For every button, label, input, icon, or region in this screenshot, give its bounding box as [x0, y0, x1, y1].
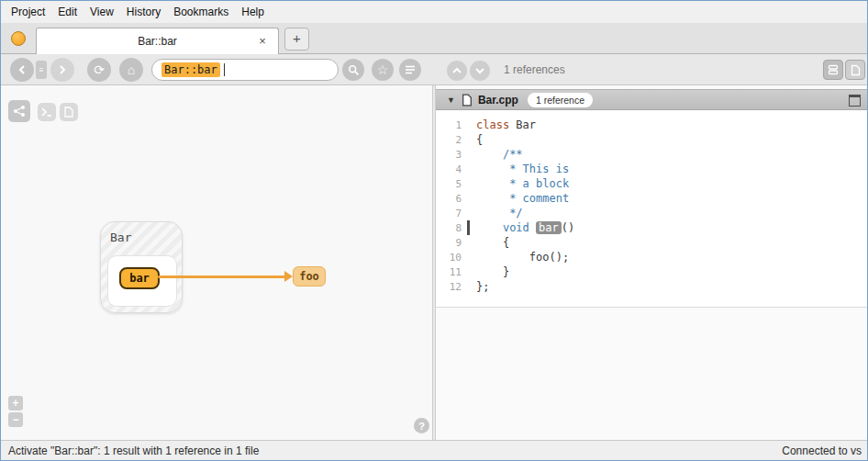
menu-item-view[interactable]: View	[83, 2, 120, 22]
list-icon	[405, 64, 416, 75]
code-panel: ▼ Bar.cpp 1 reference 1class Bar2{3 /**4…	[436, 85, 868, 440]
code-text: /**	[473, 148, 523, 161]
code-token: {	[476, 133, 483, 146]
next-reference-button[interactable]	[470, 61, 490, 81]
history-dropdown-button[interactable]: ≡	[36, 61, 47, 79]
code-token	[476, 177, 509, 190]
code-token: * a block	[509, 177, 569, 190]
code-text: class Bar	[473, 118, 536, 131]
menu-item-edit[interactable]: Edit	[51, 2, 83, 22]
graph-panel[interactable]: Bar bar foo + − ?	[1, 85, 432, 440]
code-token: ();	[549, 251, 569, 264]
maximize-snippet-button[interactable]	[849, 95, 861, 107]
bookmark-list-button[interactable]	[399, 59, 421, 81]
code-text: };	[473, 280, 489, 293]
file-icon	[462, 94, 473, 107]
forward-button[interactable]	[50, 58, 74, 82]
refresh-button[interactable]: ⟳	[87, 58, 111, 82]
code-token	[529, 221, 536, 234]
graph-node-function-foo[interactable]: foo	[293, 266, 326, 287]
tab-title: Bar::bar	[138, 35, 177, 48]
class-node-body: bar	[107, 255, 177, 307]
code-token: */	[509, 207, 522, 219]
search-value: Bar::bar	[161, 62, 220, 77]
menu-item-project[interactable]: Project	[5, 2, 51, 22]
chevron-up-icon	[452, 67, 462, 74]
chevron-left-icon	[17, 65, 27, 74]
status-message: Activate "Bar::bar": 1 result with 1 ref…	[8, 444, 259, 457]
line-number: 12	[436, 281, 467, 293]
code-line: 5 * a block	[436, 176, 868, 191]
line-number: 5	[436, 178, 467, 190]
menu-bar: ProjectEditViewHistoryBookmarksHelp	[1, 1, 867, 23]
file-header[interactable]: ▼ Bar.cpp 1 reference	[436, 89, 868, 110]
file-view-icon	[851, 64, 861, 76]
code-token	[476, 163, 509, 175]
graph-node-method-bar[interactable]: bar	[119, 267, 160, 289]
zoom-out-button[interactable]: −	[8, 412, 23, 427]
code-token	[476, 192, 509, 205]
class-node-label: Bar	[110, 230, 131, 244]
code-line: 10 foo();	[436, 250, 868, 264]
code-token	[476, 148, 503, 161]
code-token[interactable]: foo	[529, 251, 550, 264]
code-line: 8 void bar()	[436, 220, 868, 235]
snippet-view-button[interactable]	[823, 60, 843, 80]
page-icon	[64, 107, 73, 118]
menu-item-help[interactable]: Help	[235, 2, 271, 22]
app-window: ProjectEditViewHistoryBookmarksHelp Bar:…	[0, 0, 868, 461]
menu-item-history[interactable]: History	[120, 2, 167, 22]
code-text: * a block	[473, 177, 569, 190]
reference-count-badge: 1 reference	[528, 93, 593, 107]
home-button[interactable]: ⌂	[119, 58, 143, 82]
line-number: 3	[436, 149, 467, 161]
search-icon	[348, 64, 360, 76]
main-area: Bar bar foo + − ? ▼ Bar.cpp 1 reference	[1, 85, 867, 440]
code-text: }	[473, 265, 509, 278]
console-button[interactable]	[38, 103, 56, 121]
call-edge[interactable]	[158, 275, 286, 278]
back-button[interactable]	[10, 58, 34, 82]
code-text: */	[473, 207, 523, 219]
line-number: 8	[436, 222, 467, 234]
search-button[interactable]	[342, 59, 364, 81]
export-image-button[interactable]	[60, 103, 78, 121]
search-input[interactable]: Bar::bar	[151, 59, 339, 81]
tab-bar-bar[interactable]: Bar::bar ×	[36, 28, 279, 54]
code-line: 11 }	[436, 264, 868, 279]
code-token: Bar	[516, 118, 536, 131]
code-line: 3 /**	[436, 147, 868, 162]
code-line: 1class Bar	[436, 118, 868, 132]
single-file-view-button[interactable]	[845, 60, 865, 80]
code-token: /**	[503, 148, 523, 161]
graph-trail-icon	[13, 105, 26, 118]
code-text: void bar()	[473, 221, 574, 234]
new-tab-button[interactable]: +	[284, 28, 309, 51]
collapse-triangle-icon[interactable]: ▼	[447, 96, 455, 105]
line-number: 6	[436, 193, 467, 205]
code-text: * This is	[473, 163, 569, 175]
line-number: 9	[436, 237, 467, 249]
terminal-icon	[41, 107, 52, 117]
code-line: 9 {	[436, 235, 868, 250]
graph-node-class-bar[interactable]: Bar bar	[100, 221, 183, 313]
code-token[interactable]: bar	[536, 221, 562, 234]
zoom-in-button[interactable]: +	[8, 396, 23, 410]
code-token	[476, 221, 503, 234]
previous-reference-button[interactable]	[447, 61, 467, 81]
code-line: 6 * comment	[436, 191, 868, 206]
code-token: {	[476, 236, 509, 249]
snippet-view-icon	[828, 64, 839, 75]
call-edge-arrowhead	[284, 271, 293, 282]
custom-trail-button[interactable]	[8, 100, 30, 122]
graph-help-button[interactable]: ?	[414, 418, 429, 433]
code-text: foo();	[473, 251, 569, 264]
menu-item-bookmarks[interactable]: Bookmarks	[167, 2, 235, 22]
code-text: {	[473, 133, 483, 146]
bookmark-star-button[interactable]: ☆	[372, 59, 394, 81]
line-number: 1	[436, 119, 467, 131]
code-token: }	[476, 265, 509, 278]
code-token	[476, 207, 509, 219]
tab-close-icon[interactable]: ×	[255, 34, 270, 49]
tab-bar: Bar::bar × +	[1, 23, 867, 54]
